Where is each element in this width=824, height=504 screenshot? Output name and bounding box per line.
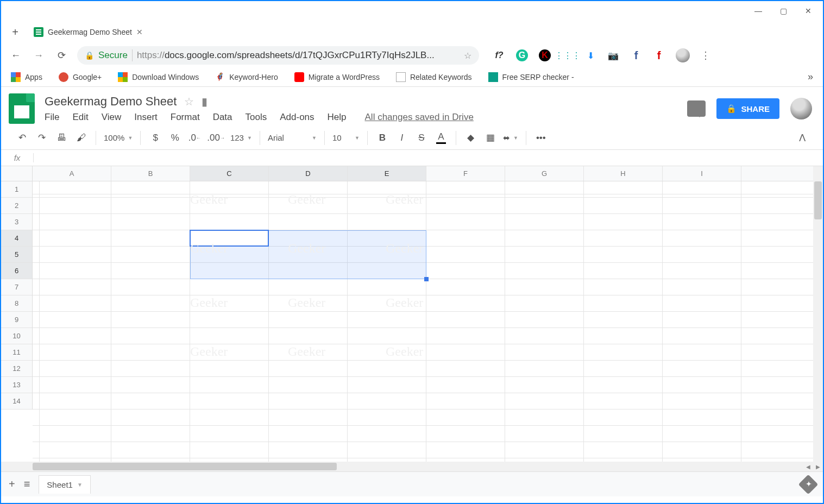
window-maximize-button[interactable]: ▢ <box>771 2 796 20</box>
merge-cells-button[interactable]: ⬌▼ <box>503 133 518 143</box>
ext-whatfont-icon[interactable]: f? <box>493 49 505 61</box>
row-header-3[interactable]: 3 <box>1 214 32 230</box>
menu-data[interactable]: Data <box>213 112 232 123</box>
tab-close-button[interactable]: ✕ <box>136 28 143 36</box>
ext-grid-icon[interactable]: ⋮⋮⋮ <box>562 49 574 61</box>
paint-format-button[interactable]: 🖌 <box>74 130 88 146</box>
scroll-left-button[interactable]: ◀ <box>803 462 813 471</box>
horizontal-scrollbar[interactable]: ◀ ▶ <box>1 462 823 471</box>
row-header-14[interactable]: 14 <box>1 393 32 410</box>
row-header-13[interactable]: 13 <box>1 377 32 393</box>
row-header-1[interactable]: 1 <box>1 181 32 198</box>
browser-profile-avatar[interactable] <box>676 48 690 62</box>
browser-reload-button[interactable]: ⟳ <box>54 48 68 62</box>
bookmark-migrate-wp[interactable]: Migrate a WordPress <box>294 72 380 82</box>
row-header-5[interactable]: 5 <box>1 247 32 263</box>
share-button[interactable]: 🔒 SHARE <box>716 98 779 119</box>
scroll-right-button[interactable]: ▶ <box>813 462 823 471</box>
row-header-10[interactable]: 10 <box>1 328 32 344</box>
select-all-corner[interactable] <box>1 166 33 181</box>
font-size-dropdown[interactable]: 10▼ <box>332 133 360 142</box>
row-header-11[interactable]: 11 <box>1 344 32 361</box>
menu-insert[interactable]: Insert <box>134 112 158 123</box>
ext-red-f-icon[interactable]: f <box>653 49 665 61</box>
print-button[interactable]: 🖶 <box>54 130 68 146</box>
percent-button[interactable]: % <box>168 130 182 146</box>
menu-view[interactable]: View <box>102 112 122 123</box>
collapse-toolbar-button[interactable]: ᐱ <box>799 132 816 144</box>
col-header-D[interactable]: D <box>269 166 348 181</box>
bookmark-overflow-button[interactable]: » <box>808 71 813 83</box>
bookmark-apps[interactable]: Apps <box>11 72 42 82</box>
ext-camera-icon[interactable]: 📷 <box>607 49 619 61</box>
browser-tab[interactable]: Geekermag Demo Sheet ✕ <box>27 23 149 41</box>
row-header-12[interactable]: 12 <box>1 361 32 377</box>
vertical-scrollbar[interactable] <box>813 166 823 462</box>
account-avatar[interactable] <box>790 98 812 119</box>
col-header-I[interactable]: I <box>663 166 741 181</box>
menu-tools[interactable]: Tools <box>246 112 267 123</box>
col-header-E[interactable]: E <box>348 166 426 181</box>
bookmark-star-icon[interactable]: ☆ <box>464 51 471 61</box>
font-family-dropdown[interactable]: Arial▼ <box>268 133 317 142</box>
borders-button[interactable]: ▦ <box>483 130 498 146</box>
col-header-H[interactable]: H <box>584 166 663 181</box>
move-folder-button[interactable]: ▮ <box>202 95 207 108</box>
menu-file[interactable]: File <box>45 112 59 123</box>
add-sheet-button[interactable]: + <box>9 478 15 490</box>
undo-button[interactable]: ↶ <box>15 130 29 146</box>
italic-button[interactable]: I <box>395 130 409 146</box>
fill-handle[interactable] <box>424 277 429 281</box>
sheet-tab-menu-icon[interactable]: ▼ <box>77 482 83 488</box>
bookmark-serp-checker[interactable]: Free SERP checker - <box>488 72 574 82</box>
menu-edit[interactable]: Edit <box>72 112 88 123</box>
bold-button[interactable]: B <box>375 130 389 146</box>
increase-decimal-button[interactable]: .00→ <box>207 130 225 146</box>
new-tab-button[interactable]: + <box>7 23 24 41</box>
vertical-scroll-thumb[interactable] <box>814 181 822 219</box>
text-color-button[interactable]: A <box>434 130 448 146</box>
redo-button[interactable]: ↷ <box>35 130 49 146</box>
zoom-dropdown[interactable]: 100%▼ <box>104 133 133 142</box>
number-format-dropdown[interactable]: 123▼ <box>230 133 252 142</box>
browser-menu-button[interactable]: ⋮ <box>701 49 710 61</box>
cells-area[interactable]: Geeker Geeker Geeker Geeker Geeker Geeke… <box>33 181 813 462</box>
bookmark-related-keywords[interactable]: Related Keywords <box>396 72 472 82</box>
bookmark-keyword-hero[interactable]: 🦸Keyword-Hero <box>215 72 278 82</box>
col-header-F[interactable]: F <box>426 166 505 181</box>
row-header-4[interactable]: 4 <box>1 230 32 247</box>
active-cell[interactable] <box>190 230 269 247</box>
more-toolbar-button[interactable]: ••• <box>534 130 548 146</box>
fill-color-button[interactable]: ◆ <box>464 130 478 146</box>
col-header-A[interactable]: A <box>33 166 111 181</box>
menu-help[interactable]: Help <box>328 112 347 123</box>
explore-button[interactable]: ✦ <box>798 474 819 494</box>
menu-addons[interactable]: Add-ons <box>280 112 314 123</box>
horizontal-scroll-thumb[interactable] <box>33 463 337 470</box>
decrease-decimal-button[interactable]: .0← <box>187 130 202 146</box>
all-sheets-button[interactable]: ≡ <box>24 478 30 490</box>
ext-facebook-icon[interactable]: f <box>630 49 642 61</box>
strikethrough-button[interactable]: S <box>414 130 429 146</box>
browser-forward-button[interactable]: → <box>32 48 46 62</box>
row-header-9[interactable]: 9 <box>1 312 32 328</box>
sheets-logo-icon[interactable] <box>9 93 35 124</box>
row-header-2[interactable]: 2 <box>1 198 32 214</box>
row-header-8[interactable]: 8 <box>1 295 32 312</box>
window-close-button[interactable]: ✕ <box>796 2 821 20</box>
doc-title[interactable]: Geekermag Demo Sheet <box>45 94 177 109</box>
menu-format[interactable]: Format <box>171 112 200 123</box>
col-header-B[interactable]: B <box>111 166 190 181</box>
col-header-G[interactable]: G <box>505 166 584 181</box>
row-header-6[interactable]: 6 <box>1 263 32 279</box>
ext-grammarly-icon[interactable]: G <box>516 49 528 61</box>
browser-omnibox[interactable]: 🔒 Secure https://docs.google.com/spreads… <box>77 46 479 65</box>
sheet-tab[interactable]: Sheet1 ▼ <box>39 475 90 494</box>
col-header-C[interactable]: C <box>190 166 269 181</box>
ext-k-icon[interactable]: K <box>539 49 551 61</box>
window-minimize-button[interactable]: — <box>746 2 771 20</box>
comments-button[interactable] <box>687 100 706 117</box>
ext-download-icon[interactable]: ⬇ <box>584 49 596 61</box>
row-header-7[interactable]: 7 <box>1 279 32 295</box>
save-status[interactable]: All changes saved in Drive <box>365 112 474 123</box>
